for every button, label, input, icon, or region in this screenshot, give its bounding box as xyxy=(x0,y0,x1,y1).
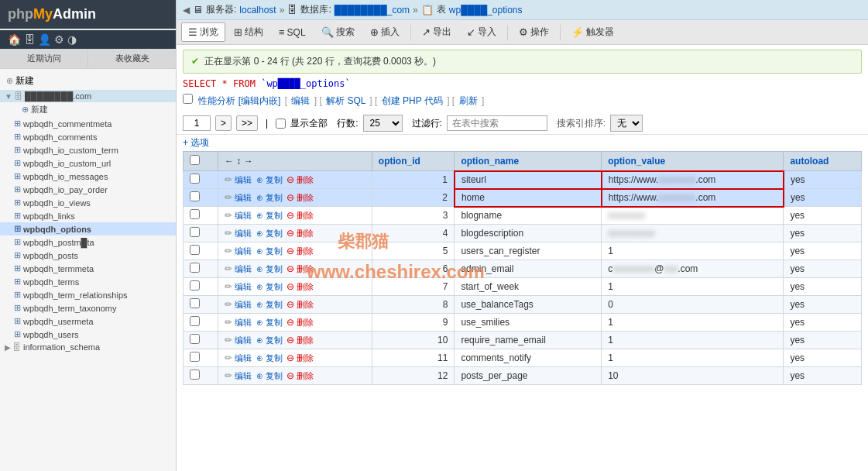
settings-icon[interactable]: ⚙ xyxy=(54,33,64,46)
new-db-button[interactable]: ⊕ 新建 xyxy=(0,72,176,90)
row-del-btn[interactable]: 删除 xyxy=(297,211,314,220)
row-del-btn[interactable]: 删除 xyxy=(297,282,314,291)
toolbar-export-btn[interactable]: ↗ 导出 xyxy=(415,22,458,42)
row-edit-btn[interactable]: 编辑 xyxy=(235,353,252,363)
toolbar-browse-btn[interactable]: ☰ 浏览 xyxy=(181,22,225,42)
table-item-io-custom-term[interactable]: ⊞wpbqdh_io_custom_term xyxy=(0,143,176,156)
row-edit-btn[interactable]: 编辑 xyxy=(235,211,252,220)
toolbar-triggers-btn[interactable]: ⚡ 触发器 xyxy=(564,22,621,42)
row-checkbox[interactable] xyxy=(190,245,200,255)
table-item-usermeta[interactable]: ⊞wpbqdh_usermeta xyxy=(0,315,176,328)
row-copy-btn[interactable]: ⊕ 复制 xyxy=(256,353,283,363)
row-edit-btn[interactable]: 编辑 xyxy=(235,282,252,291)
new-table-button[interactable]: ⊕ 新建 xyxy=(0,102,176,117)
toolbar-insert-btn[interactable]: ⊕ 插入 xyxy=(363,22,407,42)
row-copy-btn[interactable]: ⊕ 复制 xyxy=(256,211,283,220)
row-copy-btn[interactable]: ⊕ 复制 xyxy=(256,282,283,291)
row-del-btn[interactable]: 删除 xyxy=(297,229,314,238)
table-item-postmeta[interactable]: ⊞wpbqdh_postm█ta xyxy=(0,236,176,249)
col-option-value[interactable]: option_value xyxy=(602,152,784,171)
row-del-btn[interactable]: 删除 xyxy=(297,264,314,273)
row-copy-btn[interactable]: ⊕ 复制 xyxy=(256,371,283,380)
col-option-name[interactable]: option_name xyxy=(455,152,602,171)
toolbar-sql-btn[interactable]: ≡ SQL xyxy=(272,23,313,41)
user-icon[interactable]: 👤 xyxy=(38,33,51,46)
table-item-io-custom-url[interactable]: ⊞wpbqdh_io_custom_url xyxy=(0,156,176,170)
row-checkbox[interactable] xyxy=(190,280,200,291)
action-links-checkbox[interactable] xyxy=(183,94,193,104)
sidebar-tab-favorites[interactable]: 表收藏夹 xyxy=(88,49,176,68)
col-autoload[interactable]: autoload xyxy=(784,152,862,171)
bc-table-val[interactable]: wp████_options xyxy=(449,5,523,15)
db-item-info[interactable]: ▶ 🗄 information_schema xyxy=(0,341,176,353)
row-del-btn[interactable]: 删除 xyxy=(297,300,314,309)
row-checkbox[interactable] xyxy=(190,370,200,380)
db-item-main[interactable]: ▼ 🗄 ████████.com xyxy=(0,90,176,102)
action-edit[interactable]: 编辑 xyxy=(291,95,310,106)
row-copy-btn[interactable]: ⊕ 复制 xyxy=(256,229,283,238)
page-last-btn[interactable]: >> xyxy=(236,115,258,131)
row-copy-btn[interactable]: ⊕ 复制 xyxy=(256,175,283,184)
toolbar-import-btn[interactable]: ↙ 导入 xyxy=(460,22,503,42)
row-checkbox[interactable] xyxy=(190,334,200,344)
home-icon[interactable]: 🏠 xyxy=(8,33,21,46)
row-checkbox[interactable] xyxy=(190,191,200,201)
toolbar-search-btn[interactable]: 🔍 搜索 xyxy=(314,22,362,42)
row-copy-btn[interactable]: ⊕ 复制 xyxy=(256,193,283,202)
row-copy-btn[interactable]: ⊕ 复制 xyxy=(256,300,283,309)
table-item-io-pay-order[interactable]: ⊞wpbqdh_io_pay_order xyxy=(0,183,176,196)
row-del-btn[interactable]: 删除 xyxy=(297,335,314,345)
row-del-btn[interactable]: 删除 xyxy=(297,318,314,327)
bc-db-val[interactable]: ████████_com xyxy=(335,5,410,15)
row-copy-btn[interactable]: ⊕ 复制 xyxy=(256,264,283,273)
action-php[interactable]: 创建 PHP 代码 xyxy=(382,95,443,106)
row-checkbox[interactable] xyxy=(190,263,200,273)
table-item-links[interactable]: ⊞wpbqdh_links xyxy=(0,209,176,222)
toolbar-structure-btn[interactable]: ⊞ 结构 xyxy=(227,22,270,42)
row-checkbox[interactable] xyxy=(190,352,200,362)
table-item-io-views[interactable]: ⊞wpbqdh_io_views xyxy=(0,196,176,209)
sort-select[interactable]: 无 xyxy=(610,115,643,132)
row-del-btn[interactable]: 删除 xyxy=(297,193,314,202)
table-item-term-relationships[interactable]: ⊞wpbqdh_term_relationships xyxy=(0,288,176,301)
theme-icon[interactable]: ◑ xyxy=(67,33,77,46)
bc-server-val[interactable]: localhost xyxy=(239,5,276,15)
sidebar-tab-recent[interactable]: 近期访问 xyxy=(0,49,88,68)
action-parse[interactable]: 解析 SQL xyxy=(326,95,365,106)
row-edit-btn[interactable]: 编辑 xyxy=(235,264,252,273)
row-del-btn[interactable]: 删除 xyxy=(297,175,314,184)
show-all-checkbox[interactable] xyxy=(276,119,286,129)
row-checkbox[interactable] xyxy=(190,209,200,219)
table-item-options[interactable]: ⊞wpbqdh_options xyxy=(0,222,176,236)
options-link[interactable]: + 选项 xyxy=(177,135,868,151)
row-copy-btn[interactable]: ⊕ 复制 xyxy=(256,318,283,327)
action-refresh[interactable]: 刷新 xyxy=(459,95,478,106)
action-perf[interactable]: 性能分析 [编辑内嵌] xyxy=(198,95,280,106)
row-checkbox[interactable] xyxy=(190,316,200,326)
table-item-termmeta[interactable]: ⊞wpbqdh_termmeta xyxy=(0,262,176,275)
row-edit-btn[interactable]: 编辑 xyxy=(235,229,252,238)
table-item-users[interactable]: ⊞wpbqdh_users xyxy=(0,328,176,341)
row-edit-btn[interactable]: 编辑 xyxy=(235,246,252,256)
table-item-commentmeta[interactable]: ⊞wpbqdh_commentmeta xyxy=(0,117,176,130)
row-checkbox[interactable] xyxy=(190,298,200,308)
db-icon[interactable]: 🗄 xyxy=(24,33,35,46)
row-copy-btn[interactable]: ⊕ 复制 xyxy=(256,335,283,345)
table-item-posts[interactable]: ⊞wpbqdh_posts xyxy=(0,249,176,262)
row-edit-btn[interactable]: 编辑 xyxy=(235,300,252,309)
row-del-btn[interactable]: 删除 xyxy=(297,371,314,380)
table-item-comments[interactable]: ⊞wpbqdh_comments xyxy=(0,130,176,143)
page-number-input[interactable] xyxy=(183,115,211,131)
row-del-btn[interactable]: 删除 xyxy=(297,353,314,363)
table-item-terms[interactable]: ⊞wpbqdh_terms xyxy=(0,275,176,288)
row-checkbox[interactable] xyxy=(190,227,200,237)
select-all-checkbox[interactable] xyxy=(190,155,200,165)
row-checkbox[interactable] xyxy=(190,174,200,184)
row-copy-btn[interactable]: ⊕ 复制 xyxy=(256,246,283,256)
filter-input[interactable] xyxy=(447,115,547,131)
table-item-io-messages[interactable]: ⊞wpbqdh_io_messages xyxy=(0,170,176,183)
page-next-btn[interactable]: > xyxy=(215,115,232,131)
row-edit-btn[interactable]: 编辑 xyxy=(235,318,252,327)
row-edit-btn[interactable]: 编辑 xyxy=(235,335,252,345)
rows-select[interactable]: 25 50 100 xyxy=(363,115,403,132)
